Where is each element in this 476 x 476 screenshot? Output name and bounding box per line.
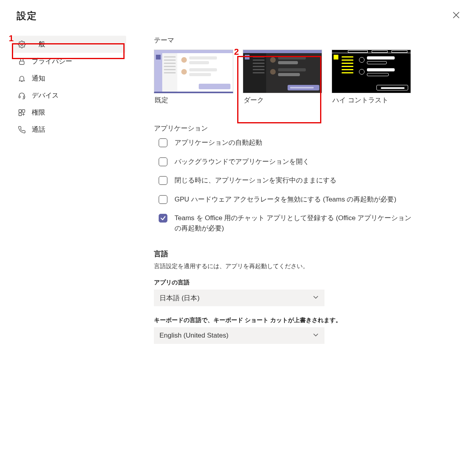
close-button[interactable] [451, 10, 462, 21]
select-value: English (United States) [159, 332, 228, 340]
settings-sidebar: 一般 プライバシー 通知 デバイス 権限 [13, 36, 126, 354]
svg-rect-3 [23, 96, 25, 98]
checkbox-register-office-chat[interactable] [159, 214, 167, 223]
sidebar-item-devices[interactable]: デバイス [13, 87, 126, 104]
select-value: 日本語 (日本) [159, 294, 200, 303]
theme-option-dark[interactable]: ダーク [243, 50, 322, 105]
checkbox-label: アプリケーションの自動起動 [175, 138, 262, 148]
svg-rect-4 [19, 109, 22, 112]
application-heading: アプリケーション [154, 124, 459, 133]
chevron-down-icon [313, 332, 319, 340]
sidebar-item-notifications[interactable]: 通知 [13, 70, 126, 87]
svg-rect-6 [19, 113, 22, 115]
keyboard-language-select[interactable]: English (United States) [154, 327, 324, 344]
checkbox-keep-running-on-close[interactable] [159, 176, 167, 185]
checkbox-auto-start[interactable] [159, 138, 167, 147]
theme-option-default[interactable]: 既定 [154, 50, 233, 105]
sidebar-item-permissions[interactable]: 権限 [13, 104, 126, 121]
theme-thumbnail-default [154, 50, 233, 93]
checkbox-label: 閉じる時に、アプリケーションを実行中のままにする [175, 175, 336, 186]
settings-main: テーマ [126, 36, 459, 354]
sidebar-item-general[interactable]: 一般 [13, 36, 126, 53]
gear-icon [17, 40, 26, 49]
sidebar-item-label: 権限 [32, 108, 45, 117]
sidebar-item-label: デバイス [32, 91, 59, 100]
theme-label: 既定 [154, 93, 233, 105]
checkbox-open-in-background[interactable] [159, 157, 167, 166]
sidebar-item-label: 通知 [32, 74, 45, 83]
svg-rect-1 [19, 61, 24, 64]
sidebar-item-label: 一般 [32, 40, 45, 49]
svg-point-0 [21, 43, 23, 45]
app-language-select[interactable]: 日本語 (日本) [154, 290, 324, 306]
sidebar-item-label: 通話 [32, 125, 45, 134]
phone-icon [17, 125, 26, 134]
apps-icon [17, 108, 26, 117]
sidebar-item-privacy[interactable]: プライバシー [13, 53, 126, 70]
theme-thumbnail-high-contrast [332, 50, 411, 93]
page-title: 設定 [17, 10, 37, 22]
headset-icon [17, 91, 26, 100]
theme-label: ハイ コントラスト [332, 93, 411, 105]
bell-icon [17, 74, 26, 83]
svg-rect-5 [22, 109, 25, 112]
checkbox-label: GPU ハードウェア アクセラレータを無効にする (Teams の再起動が必要) [175, 194, 396, 205]
sidebar-item-label: プライバシー [32, 57, 72, 66]
close-icon [453, 12, 460, 20]
theme-option-high-contrast[interactable]: ハイ コントラスト [332, 50, 411, 105]
language-heading: 言語 [154, 249, 459, 259]
checkbox-label: Teams を Office 用のチャット アプリとして登録する (Office… [175, 213, 413, 233]
checkbox-label: バックグラウンドでアプリケーションを開く [175, 157, 309, 167]
theme-thumbnail-dark [243, 50, 322, 93]
checkbox-disable-gpu[interactable] [159, 195, 167, 204]
app-language-label: アプリの言語 [154, 279, 459, 286]
lock-icon [17, 57, 26, 66]
theme-label: ダーク [243, 93, 322, 105]
language-help-text: 言語設定を適用するには、アプリを再起動してください。 [154, 263, 459, 270]
theme-heading: テーマ [154, 36, 459, 45]
svg-rect-2 [19, 96, 20, 98]
chevron-down-icon [313, 294, 319, 302]
keyboard-language-label: キーボードの言語で、キーボード ショート カットが上書きされます。 [154, 317, 459, 324]
sidebar-item-calls[interactable]: 通話 [13, 121, 126, 138]
